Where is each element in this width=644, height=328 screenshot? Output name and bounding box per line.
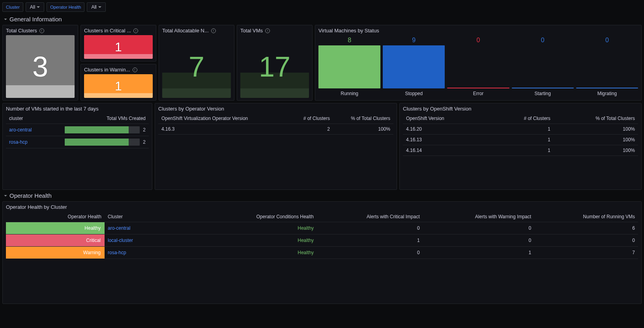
table-oh: Operator Health Cluster Operator Conditi… [6, 212, 638, 259]
vm-status-column: 0 Error [447, 37, 509, 96]
gauge-value: 2 [143, 127, 146, 133]
vm-bar [576, 88, 638, 88]
panel-vm-status[interactable]: Virtual Machines by Status 8 Running 9 S… [315, 25, 642, 101]
section-header-general[interactable]: General Information [4, 16, 642, 22]
panel-vms-started[interactable]: Number of VMs started in the last 7 days… [2, 103, 152, 190]
th-cluster-count[interactable]: # of Clusters [287, 113, 333, 124]
th-oh[interactable]: Operator Health [6, 212, 105, 222]
cell-version: 4.16.20 [403, 124, 490, 135]
panel-title-vm-status: Virtual Machines by Status [318, 28, 379, 34]
panel-warning[interactable]: Clusters in Warnin... i 1 [80, 64, 156, 101]
vm-count: 0 [477, 37, 480, 44]
cell-crit-alerts: 0 [317, 247, 423, 259]
th-cond[interactable]: Operator Conditions Health [203, 212, 317, 222]
cluster-link[interactable]: rosa-hcp [105, 247, 203, 259]
panel-by-op-version[interactable]: Clusters by Operator Version OpenShift V… [155, 103, 397, 190]
gauge-cell: 2 [62, 136, 149, 148]
cell-warn-alerts: 0 [423, 234, 534, 246]
th-crit[interactable]: Alerts with Critical Impact [317, 212, 423, 222]
th-os-ver[interactable]: OpenShift Version [403, 113, 490, 124]
cell-crit-alerts: 0 [317, 222, 423, 234]
row-general-stats: Total Clusters i 3 Clusters in Critical … [2, 25, 642, 101]
panel-title-allocatable: Total Allocatable N... [162, 28, 209, 34]
th-cluster-count[interactable]: # of Clusters [490, 113, 554, 124]
cell-health-badge: Critical [6, 234, 105, 247]
panel-oh-by-cluster[interactable]: Operator Health by Cluster Operator Heal… [2, 201, 642, 304]
panel-critical[interactable]: Clusters in Critical ... i 1 [80, 25, 156, 62]
th-op-ver[interactable]: OpenShift Virtualization Operator Versio… [158, 113, 287, 124]
cell-version: 4.16.13 [403, 135, 490, 145]
filter-label-cluster: Cluster [2, 2, 23, 12]
panel-title-warning: Clusters in Warnin... [84, 67, 130, 73]
vm-status-column: 0 Starting [512, 37, 574, 96]
panel-total-vms[interactable]: Total VMs i 17 [237, 25, 313, 101]
stat-value-total-vms: 17 [259, 51, 290, 83]
cell-pct: 100% [333, 124, 393, 135]
stat-value-allocatable: 7 [189, 51, 204, 83]
cell-version: 4.16.3 [158, 124, 287, 135]
panel-title-op-version: Clusters by Operator Version [158, 106, 224, 112]
th-pct[interactable]: % of Total Clusters [554, 113, 638, 124]
cell-warn-alerts: 0 [423, 222, 534, 234]
cell-count: 1 [490, 145, 554, 156]
table-row: Warning rosa-hcp Healthy 0 1 7 [6, 247, 638, 259]
vm-status-column: 9 Stopped [383, 37, 445, 96]
table-os-version: OpenShift Version # of Clusters % of Tot… [403, 113, 638, 156]
vm-bar [447, 88, 509, 88]
table-row: aro-central 2 [6, 124, 149, 136]
table-op-version: OpenShift Virtualization Operator Versio… [158, 113, 393, 135]
panel-by-os-version[interactable]: Clusters by OpenShift Version OpenShift … [399, 103, 642, 190]
cluster-link[interactable]: local-cluster [105, 234, 203, 246]
info-icon[interactable]: i [133, 28, 138, 33]
cell-count: 1 [490, 124, 554, 135]
filter-select-cluster[interactable]: All [26, 2, 44, 12]
filter-cluster-value: All [30, 4, 35, 10]
th-total-created[interactable]: Total VMs Created [62, 113, 149, 124]
stat-value-total-clusters: 3 [32, 51, 48, 83]
panel-title-oh: Operator Health by Cluster [6, 204, 67, 210]
section-header-operator-health[interactable]: Operator Health [4, 192, 642, 199]
gauge-cell: 2 [62, 124, 149, 136]
info-icon[interactable]: i [211, 28, 216, 33]
chevron-down-icon [4, 19, 7, 20]
th-cluster[interactable]: Cluster [105, 212, 203, 222]
table-row: 4.16.20 1 100% [403, 124, 638, 135]
vm-status-label: Stopped [405, 91, 423, 96]
info-icon[interactable]: i [133, 67, 137, 72]
panel-total-clusters[interactable]: Total Clusters i 3 [2, 25, 78, 101]
cell-running-vms: 6 [534, 222, 638, 234]
row-operator-health: Operator Health by Cluster Operator Heal… [2, 201, 642, 304]
cell-pct: 100% [554, 124, 638, 135]
panel-title-total-clusters: Total Clusters [6, 28, 37, 34]
cell-health-badge: Healthy [6, 222, 105, 234]
th-pct[interactable]: % of Total Clusters [333, 113, 393, 124]
cluster-link[interactable]: rosa-hcp [6, 136, 62, 148]
vm-bar-wrap [318, 45, 380, 88]
chevron-down-icon [4, 195, 7, 197]
cell-crit-alerts: 1 [317, 234, 423, 246]
cell-pct: 100% [554, 135, 638, 145]
stat-chart: 17 [240, 35, 309, 98]
filter-select-operator-health[interactable]: All [87, 2, 105, 12]
cell-health-badge: Warning [6, 247, 105, 259]
cluster-link[interactable]: aro-central [105, 222, 203, 234]
th-warn[interactable]: Alerts with Warning Impact [423, 212, 534, 222]
vm-status-label: Running [341, 91, 358, 96]
table-row: 4.16.13 1 100% [403, 135, 638, 145]
th-running[interactable]: Number of Running VMs [534, 212, 638, 222]
panel-allocatable[interactable]: Total Allocatable N... i 7 [159, 25, 234, 101]
cluster-link[interactable]: aro-central [6, 124, 62, 136]
cell-condition: Healthy [203, 222, 317, 234]
vm-bar-wrap [576, 45, 638, 88]
chevron-down-icon [37, 6, 40, 8]
th-cluster[interactable]: cluster [6, 113, 62, 124]
table-row: 4.16.14 1 100% [403, 145, 638, 156]
vm-bar-wrap [447, 45, 509, 88]
vm-count: 8 [348, 37, 351, 44]
panel-title-vms-started: Number of VMs started in the last 7 days [6, 106, 99, 112]
cell-condition: Healthy [203, 234, 317, 246]
vm-count: 0 [541, 37, 545, 44]
info-icon[interactable]: i [265, 28, 270, 33]
table-vms-started: cluster Total VMs Created aro-central 2 … [6, 113, 149, 148]
info-icon[interactable]: i [39, 28, 44, 33]
